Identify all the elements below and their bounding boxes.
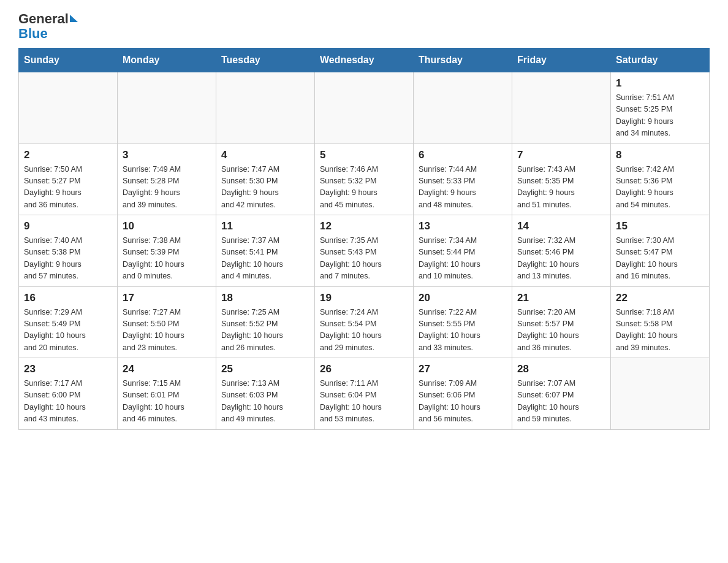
day-info: Sunrise: 7:34 AM Sunset: 5:44 PM Dayligh… [419, 235, 507, 283]
calendar-cell: 1Sunrise: 7:51 AM Sunset: 5:25 PM Daylig… [611, 72, 710, 144]
calendar-cell: 20Sunrise: 7:22 AM Sunset: 5:55 PM Dayli… [414, 286, 512, 358]
day-info: Sunrise: 7:11 AM Sunset: 6:04 PM Dayligh… [320, 378, 408, 426]
calendar-week-row: 2Sunrise: 7:50 AM Sunset: 5:27 PM Daylig… [19, 144, 710, 215]
calendar-cell: 17Sunrise: 7:27 AM Sunset: 5:50 PM Dayli… [118, 286, 216, 358]
calendar-cell: 28Sunrise: 7:07 AM Sunset: 6:07 PM Dayli… [512, 358, 611, 430]
calendar-cell: 15Sunrise: 7:30 AM Sunset: 5:47 PM Dayli… [611, 215, 710, 287]
day-info: Sunrise: 7:20 AM Sunset: 5:57 PM Dayligh… [517, 307, 605, 354]
calendar-week-row: 9Sunrise: 7:40 AM Sunset: 5:38 PM Daylig… [19, 215, 710, 287]
calendar-cell: 19Sunrise: 7:24 AM Sunset: 5:54 PM Dayli… [315, 286, 414, 358]
day-info: Sunrise: 7:40 AM Sunset: 5:38 PM Dayligh… [24, 235, 112, 283]
day-info: Sunrise: 7:25 AM Sunset: 5:52 PM Dayligh… [221, 307, 309, 354]
day-number: 7 [517, 149, 605, 161]
day-number: 18 [221, 292, 309, 304]
calendar-cell: 3Sunrise: 7:49 AM Sunset: 5:28 PM Daylig… [118, 144, 216, 215]
day-number: 21 [517, 292, 605, 304]
calendar-cell: 24Sunrise: 7:15 AM Sunset: 6:01 PM Dayli… [118, 358, 216, 430]
day-info: Sunrise: 7:32 AM Sunset: 5:46 PM Dayligh… [517, 235, 605, 283]
calendar-cell: 2Sunrise: 7:50 AM Sunset: 5:27 PM Daylig… [19, 144, 118, 215]
day-number: 24 [123, 363, 211, 375]
day-info: Sunrise: 7:30 AM Sunset: 5:47 PM Dayligh… [616, 235, 704, 283]
calendar-cell [512, 72, 611, 144]
day-number: 6 [419, 149, 507, 161]
calendar-cell: 26Sunrise: 7:11 AM Sunset: 6:04 PM Dayli… [315, 358, 414, 430]
calendar-table: SundayMondayTuesdayWednesdayThursdayFrid… [18, 48, 710, 430]
day-number: 10 [123, 220, 211, 232]
day-number: 28 [517, 363, 605, 375]
day-info: Sunrise: 7:27 AM Sunset: 5:50 PM Dayligh… [123, 307, 211, 354]
calendar-cell: 25Sunrise: 7:13 AM Sunset: 6:03 PM Dayli… [216, 358, 315, 430]
day-info: Sunrise: 7:49 AM Sunset: 5:28 PM Dayligh… [123, 164, 211, 212]
day-number: 9 [24, 220, 112, 232]
day-info: Sunrise: 7:46 AM Sunset: 5:32 PM Dayligh… [320, 164, 408, 212]
logo-line-top: General [18, 12, 78, 26]
calendar-cell: 18Sunrise: 7:25 AM Sunset: 5:52 PM Dayli… [216, 286, 315, 358]
calendar-cell: 12Sunrise: 7:35 AM Sunset: 5:43 PM Dayli… [315, 215, 414, 287]
day-info: Sunrise: 7:43 AM Sunset: 5:35 PM Dayligh… [517, 164, 605, 212]
day-number: 25 [221, 363, 309, 375]
day-number: 19 [320, 292, 408, 304]
calendar-cell: 14Sunrise: 7:32 AM Sunset: 5:46 PM Dayli… [512, 215, 611, 287]
day-number: 14 [517, 220, 605, 232]
day-of-week-header: Saturday [611, 48, 710, 72]
calendar-cell: 27Sunrise: 7:09 AM Sunset: 6:06 PM Dayli… [414, 358, 512, 430]
day-info: Sunrise: 7:50 AM Sunset: 5:27 PM Dayligh… [24, 164, 112, 212]
logo-general-text: General [18, 12, 69, 26]
day-number: 8 [616, 149, 704, 161]
day-number: 1 [616, 77, 704, 90]
calendar-cell: 7Sunrise: 7:43 AM Sunset: 5:35 PM Daylig… [512, 144, 611, 215]
day-info: Sunrise: 7:47 AM Sunset: 5:30 PM Dayligh… [221, 164, 309, 212]
day-info: Sunrise: 7:44 AM Sunset: 5:33 PM Dayligh… [419, 164, 507, 212]
day-number: 26 [320, 363, 408, 375]
calendar-header-row: SundayMondayTuesdayWednesdayThursdayFrid… [19, 48, 710, 72]
day-info: Sunrise: 7:42 AM Sunset: 5:36 PM Dayligh… [616, 164, 704, 212]
day-number: 3 [123, 149, 211, 161]
day-number: 4 [221, 149, 309, 161]
calendar-cell [19, 72, 118, 144]
day-number: 15 [616, 220, 704, 232]
calendar-cell: 22Sunrise: 7:18 AM Sunset: 5:58 PM Dayli… [611, 286, 710, 358]
calendar-cell: 9Sunrise: 7:40 AM Sunset: 5:38 PM Daylig… [19, 215, 118, 287]
day-info: Sunrise: 7:15 AM Sunset: 6:01 PM Dayligh… [123, 378, 211, 426]
day-info: Sunrise: 7:29 AM Sunset: 5:49 PM Dayligh… [24, 307, 112, 354]
calendar-cell: 21Sunrise: 7:20 AM Sunset: 5:57 PM Dayli… [512, 286, 611, 358]
day-info: Sunrise: 7:37 AM Sunset: 5:41 PM Dayligh… [221, 235, 309, 283]
day-number: 17 [123, 292, 211, 304]
calendar-cell: 5Sunrise: 7:46 AM Sunset: 5:32 PM Daylig… [315, 144, 414, 215]
day-of-week-header: Monday [118, 48, 216, 72]
day-number: 5 [320, 149, 408, 161]
calendar-cell: 6Sunrise: 7:44 AM Sunset: 5:33 PM Daylig… [414, 144, 512, 215]
day-number: 13 [419, 220, 507, 232]
page-header: General Blue [18, 12, 710, 42]
day-of-week-header: Thursday [414, 48, 512, 72]
day-info: Sunrise: 7:18 AM Sunset: 5:58 PM Dayligh… [616, 307, 704, 354]
day-of-week-header: Sunday [19, 48, 118, 72]
day-number: 2 [24, 149, 112, 161]
day-number: 16 [24, 292, 112, 304]
day-of-week-header: Wednesday [315, 48, 414, 72]
calendar-cell [216, 72, 315, 144]
calendar-cell: 23Sunrise: 7:17 AM Sunset: 6:00 PM Dayli… [19, 358, 118, 430]
calendar-week-row: 23Sunrise: 7:17 AM Sunset: 6:00 PM Dayli… [19, 358, 710, 430]
calendar-week-row: 1Sunrise: 7:51 AM Sunset: 5:25 PM Daylig… [19, 72, 710, 144]
day-info: Sunrise: 7:17 AM Sunset: 6:00 PM Dayligh… [24, 378, 112, 426]
day-info: Sunrise: 7:13 AM Sunset: 6:03 PM Dayligh… [221, 378, 309, 426]
day-info: Sunrise: 7:51 AM Sunset: 5:25 PM Dayligh… [616, 92, 704, 140]
calendar-cell: 4Sunrise: 7:47 AM Sunset: 5:30 PM Daylig… [216, 144, 315, 215]
day-number: 12 [320, 220, 408, 232]
calendar-cell: 11Sunrise: 7:37 AM Sunset: 5:41 PM Dayli… [216, 215, 315, 287]
calendar-week-row: 16Sunrise: 7:29 AM Sunset: 5:49 PM Dayli… [19, 286, 710, 358]
day-of-week-header: Tuesday [216, 48, 315, 72]
day-info: Sunrise: 7:35 AM Sunset: 5:43 PM Dayligh… [320, 235, 408, 283]
day-number: 27 [419, 363, 507, 375]
day-number: 22 [616, 292, 704, 304]
day-number: 11 [221, 220, 309, 232]
day-number: 23 [24, 363, 112, 375]
logo: General Blue [18, 12, 78, 42]
day-info: Sunrise: 7:07 AM Sunset: 6:07 PM Dayligh… [517, 378, 605, 426]
calendar-cell: 13Sunrise: 7:34 AM Sunset: 5:44 PM Dayli… [414, 215, 512, 287]
day-of-week-header: Friday [512, 48, 611, 72]
calendar-cell: 16Sunrise: 7:29 AM Sunset: 5:49 PM Dayli… [19, 286, 118, 358]
day-info: Sunrise: 7:24 AM Sunset: 5:54 PM Dayligh… [320, 307, 408, 354]
calendar-cell: 10Sunrise: 7:38 AM Sunset: 5:39 PM Dayli… [118, 215, 216, 287]
